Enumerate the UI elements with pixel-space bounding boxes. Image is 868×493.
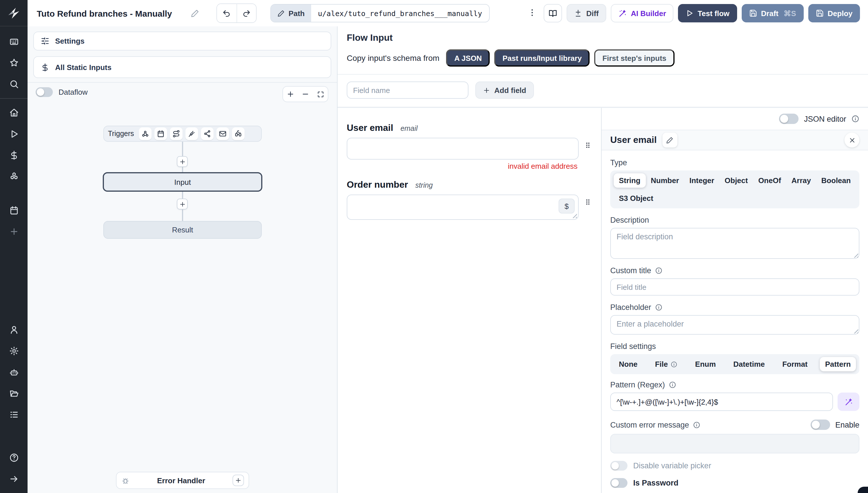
type-option-object[interactable]: Object (720, 173, 753, 188)
disable-variable-picker-toggle[interactable] (610, 461, 628, 471)
docs-book-button[interactable] (544, 4, 562, 22)
fit-view-button[interactable] (313, 87, 328, 102)
deploy-button[interactable]: Deploy (808, 4, 860, 22)
custom-error-label: Custom error message (610, 421, 689, 429)
type-option-string[interactable]: String (614, 173, 645, 188)
add-step-button[interactable] (177, 198, 188, 210)
copy-schema-firststep-button[interactable]: First step's inputs (594, 49, 675, 67)
webhook-icon[interactable] (139, 127, 152, 140)
drag-handle-icon[interactable] (584, 197, 592, 209)
workspace-icon[interactable] (0, 31, 27, 52)
type-option-array[interactable]: Array (786, 173, 816, 188)
ai-robot-icon[interactable] (0, 362, 27, 383)
field-order-number: Order number string $ (347, 180, 592, 220)
dataflow-toggle[interactable] (36, 87, 53, 97)
add-field-row: Add field (338, 74, 868, 108)
info-icon[interactable] (655, 304, 663, 311)
draft-shortcut: ⌘S (784, 9, 796, 18)
setting-option-enum[interactable]: Enum (690, 357, 721, 371)
settings-gear-icon[interactable] (0, 340, 27, 362)
diff-button[interactable]: Diff (567, 4, 606, 22)
copy-schema-label: Copy input's schema from (347, 53, 440, 63)
result-node[interactable]: Result (103, 221, 262, 239)
field-name: Order number (347, 180, 408, 189)
create-plus-icon[interactable] (0, 221, 27, 242)
edit-title-pencil-icon[interactable] (190, 9, 199, 18)
websocket-plug-icon[interactable] (186, 127, 198, 140)
placeholder-textarea[interactable] (610, 315, 860, 335)
plus-icon (483, 86, 490, 94)
info-icon[interactable] (655, 267, 663, 274)
schedules-calendar-icon[interactable] (0, 200, 27, 221)
field-name-input[interactable] (347, 82, 468, 99)
copy-schema-pastruns-button[interactable]: Past runs/Input library (494, 49, 590, 67)
zoom-out-button[interactable] (298, 87, 313, 102)
pattern-regex-input[interactable] (610, 392, 833, 411)
flow-settings-button[interactable]: Settings (33, 31, 331, 50)
rename-field-pencil-button[interactable] (662, 133, 677, 148)
zoom-in-button[interactable] (283, 87, 298, 102)
schedule-calendar-icon[interactable] (155, 127, 167, 140)
type-option-s3object[interactable]: S3 Object (614, 191, 658, 206)
copy-schema-json-button[interactable]: A JSON (446, 49, 490, 67)
windmill-logo[interactable] (0, 0, 27, 26)
panel-divider (27, 82, 337, 83)
add-step-button[interactable] (177, 156, 188, 167)
resources-boxes-icon[interactable] (0, 166, 27, 187)
type-option-oneof[interactable]: OneOf (753, 173, 786, 188)
drag-handle-icon[interactable] (584, 140, 592, 152)
user-email-input[interactable] (347, 138, 579, 159)
variable-picker-dollar-button[interactable]: $ (558, 198, 575, 214)
kebab-menu-icon[interactable] (525, 8, 539, 19)
info-icon[interactable] (669, 381, 677, 389)
expand-arrow-icon[interactable] (0, 468, 27, 490)
setting-option-file[interactable]: File (650, 357, 683, 371)
add-error-handler-button[interactable] (233, 475, 244, 486)
json-editor-toggle[interactable] (779, 114, 799, 124)
type-option-integer[interactable]: Integer (684, 173, 720, 188)
undo-button[interactable] (217, 4, 236, 22)
custom-error-enable-toggle[interactable] (810, 420, 830, 430)
scheduled-poll-binoculars-icon[interactable] (232, 127, 245, 140)
runs-play-icon[interactable] (0, 123, 27, 145)
type-option-number[interactable]: Number (645, 173, 684, 188)
kafka-icon[interactable] (201, 127, 214, 140)
enable-label: Enable (835, 421, 860, 429)
setting-option-pattern[interactable]: Pattern (820, 357, 856, 371)
info-icon[interactable] (851, 115, 860, 123)
input-node[interactable]: Input (103, 172, 262, 192)
is-password-toggle[interactable] (610, 478, 628, 488)
test-flow-button[interactable]: Test flow (678, 4, 737, 22)
setting-option-datetime[interactable]: Datetime (728, 357, 770, 371)
description-textarea[interactable] (610, 228, 860, 259)
type-option-boolean[interactable]: Boolean (816, 173, 856, 188)
error-handler-node[interactable]: Error Handler (116, 472, 249, 489)
variables-dollar-icon[interactable] (0, 145, 27, 166)
logs-list-icon[interactable] (0, 404, 27, 425)
setting-option-none[interactable]: None (614, 357, 643, 371)
user-icon[interactable] (0, 319, 27, 340)
flow-input-fields: User email email invalid email address (338, 108, 601, 493)
draft-button[interactable]: Draft ⌘S (741, 4, 803, 22)
folders-icon[interactable] (0, 383, 27, 404)
help-icon[interactable] (0, 447, 27, 468)
add-field-button[interactable]: Add field (475, 82, 534, 99)
home-icon[interactable] (0, 102, 27, 123)
order-number-input[interactable]: $ (347, 195, 579, 220)
path-value[interactable]: u/alex/tuto_refund_branches___manually (311, 5, 489, 22)
diff-icon (574, 9, 582, 17)
favorites-star-icon[interactable] (0, 52, 27, 73)
redo-button[interactable] (236, 4, 256, 22)
custom-title-input[interactable] (610, 278, 860, 296)
search-icon[interactable] (0, 73, 27, 95)
all-static-inputs-button[interactable]: All Static Inputs (33, 56, 331, 78)
info-icon[interactable] (693, 421, 701, 428)
setting-option-format[interactable]: Format (777, 357, 812, 371)
ai-builder-button[interactable]: AI Builder (611, 4, 674, 22)
app-window: Tuto Refund branches - Manually Path u/a… (0, 0, 868, 493)
ai-generate-pattern-button[interactable] (838, 392, 860, 411)
email-icon[interactable] (217, 127, 229, 140)
close-icon[interactable] (845, 133, 860, 148)
http-route-icon[interactable] (170, 127, 183, 140)
path-field[interactable]: Path u/alex/tuto_refund_branches___manua… (270, 4, 489, 22)
